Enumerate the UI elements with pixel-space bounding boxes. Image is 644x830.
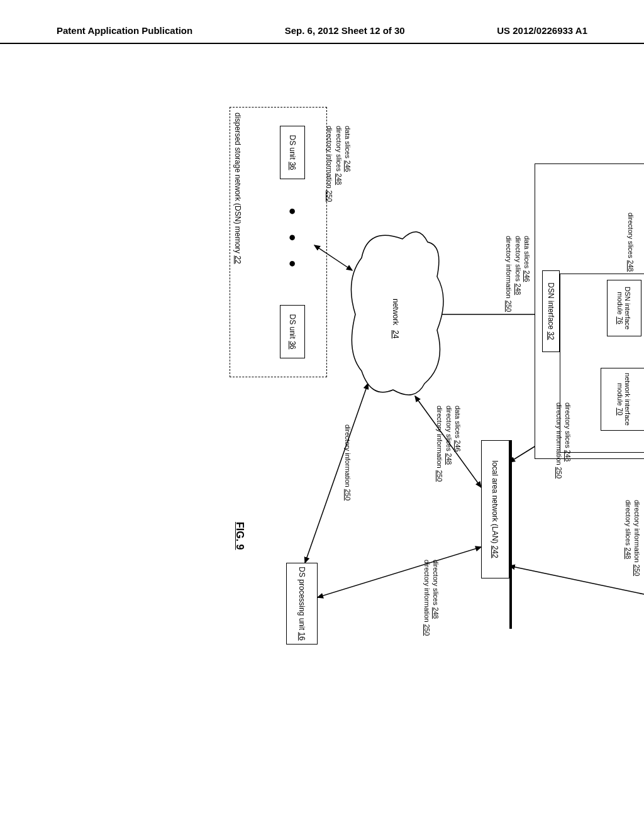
ds-unit-1-box: DS unit 36 — [280, 126, 305, 179]
flow-label-dsn-1: data slices 246 directory slices 248 dir… — [504, 236, 531, 312]
network-interface-module-box: network interface module 70 — [601, 368, 644, 431]
flow-label-net-dsn: data slices 246 directory slices 248 dir… — [325, 126, 352, 202]
flow-label-dirserver: directory information 250 directory slic… — [623, 500, 641, 576]
ds-processing-unit-2-label: DS processing unit 16 — [297, 567, 306, 640]
figure-label: FIG. 9 — [234, 522, 245, 550]
svg-line-10 — [318, 547, 481, 597]
flow-label-lan-net: data slices 246 directory slices 248 dir… — [435, 406, 462, 482]
lan-label: local area network (LAN) 242 — [491, 460, 500, 558]
network-label: network — [391, 299, 400, 326]
page-header: Patent Application Publication Sep. 6, 2… — [0, 25, 644, 44]
flow-label-cache: directory slices 248 — [626, 213, 635, 272]
diagram: network 24 DS processing unit 16 computi… — [0, 189, 644, 692]
network-interface-module-label: network interface module 70 — [617, 370, 632, 429]
flow-label-lan-ds2: directory slices 248 directory informati… — [422, 560, 440, 636]
ds-unit-2-box: DS unit 36 — [280, 305, 305, 358]
header-left: Patent Application Publication — [57, 25, 192, 40]
dsn-memory-label: dispersed storage network (DSN) memory 2… — [233, 113, 242, 264]
flow-label-lan-1: directory slices 248 directory informati… — [554, 402, 572, 479]
dsn-interface-box: DSN interface 32 — [542, 270, 560, 352]
svg-line-11 — [305, 384, 368, 563]
ds-processing-unit-2-box: DS processing unit 16 — [286, 563, 318, 645]
dsn-interface-module-label: DSN interface module 76 — [617, 282, 632, 335]
flow-label-net-ds2: directory information 250 — [343, 424, 352, 501]
header-center: Sep. 6, 2012 Sheet 12 of 30 — [285, 25, 405, 40]
ellipsis-dots: ● ● ● — [286, 208, 300, 275]
ds-unit-1-label: DS unit 36 — [288, 135, 297, 170]
dsn-interface-module-box: DSN interface module 76 — [607, 280, 641, 336]
dsn-interface-label: DSN interface 32 — [547, 282, 555, 340]
svg-text:24: 24 — [391, 330, 400, 339]
header-right: US 2012/0226933 A1 — [497, 25, 587, 40]
ds-unit-2-label: DS unit 36 — [288, 314, 297, 349]
dsn-memory-box: dispersed storage network (DSN) memory 2… — [230, 107, 327, 377]
lan-box: local area network (LAN) 242 — [481, 440, 509, 578]
